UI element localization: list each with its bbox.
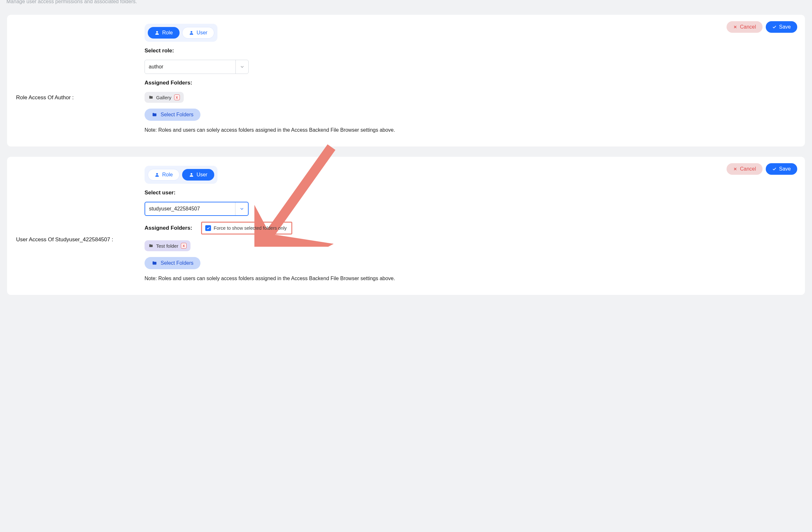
user-access-card: Cancel Save User Access Of Studyuser_422… (7, 157, 805, 295)
card-title: User Access Of Studyuser_422584507 : (16, 166, 138, 243)
assigned-folders-label: Assigned Folders: (145, 80, 796, 86)
tab-role[interactable]: Role (148, 169, 179, 181)
force-show-checkbox[interactable] (205, 225, 211, 231)
svg-point-0 (156, 31, 158, 33)
folder-chip: Gallery x (145, 92, 184, 103)
note-text: Note: Roles and users can solely access … (145, 127, 796, 133)
role-select-value: author (145, 64, 235, 70)
save-label: Save (779, 24, 791, 30)
assigned-folders-label: Assigned Folders: (145, 225, 192, 231)
select-folders-label: Select Folders (161, 260, 193, 266)
force-show-highlight: Force to show selected folders only (201, 222, 292, 234)
folder-icon (148, 244, 154, 248)
cancel-label: Cancel (740, 166, 756, 172)
role-user-toggle: Role User (145, 24, 217, 42)
close-icon (733, 167, 738, 171)
check-icon (772, 25, 777, 29)
select-folders-label: Select Folders (161, 112, 193, 118)
role-select[interactable]: author (145, 60, 249, 74)
person-icon (189, 172, 194, 177)
tab-user-label: User (197, 30, 207, 35)
tab-user[interactable]: User (182, 27, 214, 39)
svg-point-4 (190, 173, 192, 175)
tab-role-label: Role (162, 172, 173, 178)
card-title: Role Access Of Author : (16, 24, 138, 101)
tab-user[interactable]: User (182, 169, 214, 181)
select-folders-button[interactable]: Select Folders (145, 109, 200, 121)
close-icon (733, 25, 738, 29)
cancel-label: Cancel (740, 24, 756, 30)
save-button[interactable]: Save (766, 21, 797, 33)
role-user-toggle: Role User (145, 166, 217, 184)
assigned-folders-list: Gallery x (145, 92, 796, 103)
folder-chip-label: Gallery (156, 95, 172, 100)
chevron-down-icon (235, 60, 248, 74)
role-access-card: Cancel Save Role Access Of Author : Role (7, 15, 805, 146)
person-icon (155, 172, 160, 177)
user-select-value: studyuser_422584507 (145, 206, 235, 212)
user-select[interactable]: studyuser_422584507 (145, 202, 249, 216)
person-icon (189, 30, 194, 35)
select-role-label: Select role: (145, 47, 796, 54)
force-show-label: Force to show selected folders only (214, 226, 287, 231)
person-icon (155, 30, 160, 35)
assigned-folders-list: Test folder x (145, 240, 796, 251)
remove-folder-button[interactable]: x (174, 95, 180, 100)
svg-point-3 (156, 173, 158, 175)
remove-folder-button[interactable]: x (181, 243, 187, 249)
folder-chip-label: Test folder (156, 243, 178, 249)
chevron-down-icon (235, 202, 248, 215)
tab-user-label: User (197, 172, 207, 178)
check-icon (772, 167, 777, 171)
note-text: Note: Roles and users can solely access … (145, 276, 796, 282)
folder-icon (148, 95, 154, 100)
svg-point-1 (190, 31, 192, 33)
folder-chip: Test folder x (145, 240, 190, 251)
page-description: Manage user access permissions and assoc… (4, 0, 808, 11)
save-button[interactable]: Save (766, 163, 797, 175)
cancel-button[interactable]: Cancel (727, 21, 763, 33)
select-user-label: Select user: (145, 189, 796, 196)
tab-role-label: Role (162, 30, 173, 35)
select-folders-button[interactable]: Select Folders (145, 257, 200, 269)
cancel-button[interactable]: Cancel (727, 163, 763, 175)
folder-icon (151, 112, 157, 117)
tab-role[interactable]: Role (148, 27, 179, 39)
folder-icon (151, 260, 157, 266)
save-label: Save (779, 166, 791, 172)
